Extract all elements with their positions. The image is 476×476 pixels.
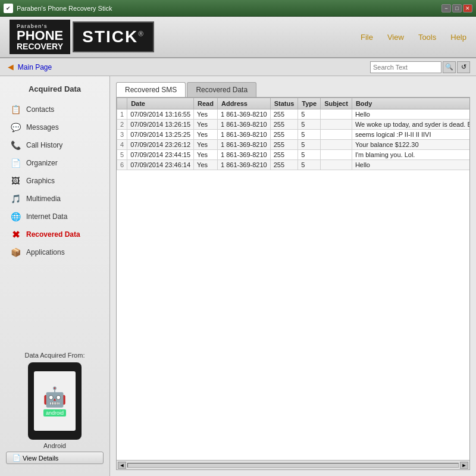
tabs: Recovered SMS Recovered Data — [116, 82, 470, 97]
menu-bar: File View Tools Help — [361, 33, 466, 42]
cell-body: Your balance $122.30 — [352, 140, 469, 150]
search-refresh-button[interactable]: ↺ — [457, 61, 470, 73]
col-header-subject: Subject — [321, 98, 352, 109]
cell-read: Yes — [194, 150, 218, 160]
cell-num: 4 — [117, 140, 127, 150]
graphics-icon: 🖼 — [10, 175, 21, 187]
search-input[interactable] — [370, 61, 441, 73]
back-arrow-icon: ◄ — [6, 62, 15, 73]
call-history-icon: 📞 — [10, 139, 21, 151]
table-scroll[interactable]: Date Read Address Status Type Subject Bo… — [117, 98, 469, 460]
cell-address: 1 861-369-8210 — [217, 140, 270, 150]
table-row[interactable]: 5 07/09/2014 23:44:15 Yes 1 861-369-8210… — [117, 150, 470, 160]
cell-status: 255 — [270, 160, 298, 170]
cell-date: 07/09/2014 13:26:15 — [127, 120, 194, 130]
sidebar: Acquired Data 📋 Contacts 💬 Messages 📞 Ca… — [0, 76, 110, 476]
col-header-address: Address — [217, 98, 270, 109]
cell-num: 6 — [117, 160, 127, 170]
cell-date: 07/09/2014 23:44:15 — [127, 150, 194, 160]
contacts-icon: 📋 — [10, 104, 21, 115]
app-icon: ✔ — [4, 4, 13, 13]
sidebar-item-applications[interactable]: 📦 Applications — [0, 243, 109, 261]
table-container: Date Read Address Status Type Subject Bo… — [116, 97, 470, 470]
cell-status: 255 — [270, 120, 298, 130]
table-row[interactable]: 3 07/09/2014 13:25:25 Yes 1 861-369-8210… — [117, 130, 470, 140]
sidebar-item-organizer[interactable]: 📄 Organizer — [0, 154, 109, 172]
nav-bar: ◄ Main Page 🔍 ↺ — [0, 58, 476, 76]
sidebar-section-title: Acquired Data — [0, 82, 109, 96]
horizontal-scrollbar[interactable]: ◄ ► — [117, 460, 469, 469]
main-page-button[interactable]: ◄ Main Page — [6, 62, 52, 73]
sidebar-item-internet-data[interactable]: 🌐 Internet Data — [0, 208, 109, 226]
sidebar-label-contacts: Contacts — [26, 105, 54, 114]
sidebar-item-messages[interactable]: 💬 Messages — [0, 118, 109, 136]
cell-read: Yes — [194, 109, 218, 120]
close-button[interactable]: ✕ — [463, 4, 472, 12]
tab-recovered-data[interactable]: Recovered Data — [187, 82, 256, 97]
view-details-button[interactable]: 📄 View Details — [6, 452, 104, 464]
menu-view[interactable]: View — [387, 33, 404, 42]
cell-date: 07/09/2014 13:16:55 — [127, 109, 194, 120]
cell-status: 255 — [270, 109, 298, 120]
sidebar-item-call-history[interactable]: 📞 Call History — [0, 136, 109, 154]
table-row[interactable]: 2 07/09/2014 13:26:15 Yes 1 861-369-8210… — [117, 120, 470, 130]
logo-box: Paraben's PHONE RECOVERY — [10, 20, 70, 54]
maximize-button[interactable]: □ — [452, 4, 462, 12]
device-screen: 🤖 android — [34, 371, 76, 431]
cell-type: 5 — [298, 109, 321, 120]
sidebar-item-recovered-data[interactable]: ✖ Recovered Data — [0, 226, 109, 243]
sidebar-item-contacts[interactable]: 📋 Contacts — [0, 101, 109, 118]
device-name: Android — [6, 442, 104, 449]
sidebar-item-multimedia[interactable]: 🎵 Multimedia — [0, 190, 109, 208]
search-button[interactable]: 🔍 — [443, 61, 456, 73]
cell-num: 1 — [117, 109, 127, 120]
menu-tools[interactable]: Tools — [418, 33, 436, 42]
cell-num: 3 — [117, 130, 127, 140]
sidebar-item-graphics[interactable]: 🖼 Graphics — [0, 172, 109, 190]
menu-file[interactable]: File — [361, 33, 373, 42]
cell-read: Yes — [194, 120, 218, 130]
cell-body: I'm blaming you. Lol. — [352, 150, 469, 160]
sms-table: Date Read Address Status Type Subject Bo… — [117, 98, 469, 170]
cell-subject — [321, 140, 352, 150]
cell-subject — [321, 130, 352, 140]
device-section: Data Acquired From: 🤖 android Android 📄 … — [0, 346, 109, 470]
col-header-body: Body — [352, 98, 469, 109]
scroll-track[interactable] — [127, 463, 459, 468]
logo-registered: ® — [138, 30, 145, 38]
cell-read: Yes — [194, 130, 218, 140]
cell-subject — [321, 109, 352, 120]
title-bar-left: ✔ Paraben's Phone Recovery Stick — [4, 4, 112, 13]
col-header-status: Status — [270, 98, 298, 109]
sidebar-label-graphics: Graphics — [26, 177, 55, 185]
cell-address: 1 861-369-8210 — [217, 160, 270, 170]
scroll-right-button[interactable]: ► — [460, 462, 468, 469]
col-header-type: Type — [298, 98, 321, 109]
cell-subject — [321, 160, 352, 170]
table-row[interactable]: 6 07/09/2014 23:46:14 Yes 1 861-369-8210… — [117, 160, 470, 170]
cell-type: 5 — [298, 160, 321, 170]
cell-date: 07/09/2014 23:46:14 — [127, 160, 194, 170]
cell-status: 255 — [270, 150, 298, 160]
table-header-row: Date Read Address Status Type Subject Bo… — [117, 98, 470, 109]
organizer-icon: 📄 — [10, 157, 21, 169]
tab-recovered-sms[interactable]: Recovered SMS — [116, 82, 186, 97]
minimize-button[interactable]: − — [441, 4, 451, 12]
internet-data-icon: 🌐 — [10, 211, 21, 223]
table-row[interactable]: 1 07/09/2014 13:16:55 Yes 1 861-369-8210… — [117, 109, 470, 120]
cell-subject — [321, 120, 352, 130]
cell-read: Yes — [194, 160, 218, 170]
menu-help[interactable]: Help — [450, 33, 466, 42]
title-bar: ✔ Paraben's Phone Recovery Stick − □ ✕ — [0, 0, 476, 17]
cell-status: 255 — [270, 140, 298, 150]
table-row[interactable]: 4 07/09/2014 23:26:12 Yes 1 861-369-8210… — [117, 140, 470, 150]
sidebar-label-organizer: Organizer — [26, 159, 58, 167]
cell-body: Hello — [352, 109, 469, 120]
sidebar-label-applications: Applications — [26, 248, 65, 256]
title-bar-controls: − □ ✕ — [441, 4, 472, 12]
cell-type: 5 — [298, 140, 321, 150]
scroll-left-button[interactable]: ◄ — [118, 462, 126, 469]
device-label: Data Acquired From: — [6, 352, 104, 359]
cell-type: 5 — [298, 120, 321, 130]
logo-area: Paraben's PHONE RECOVERY STICK® — [10, 20, 154, 54]
